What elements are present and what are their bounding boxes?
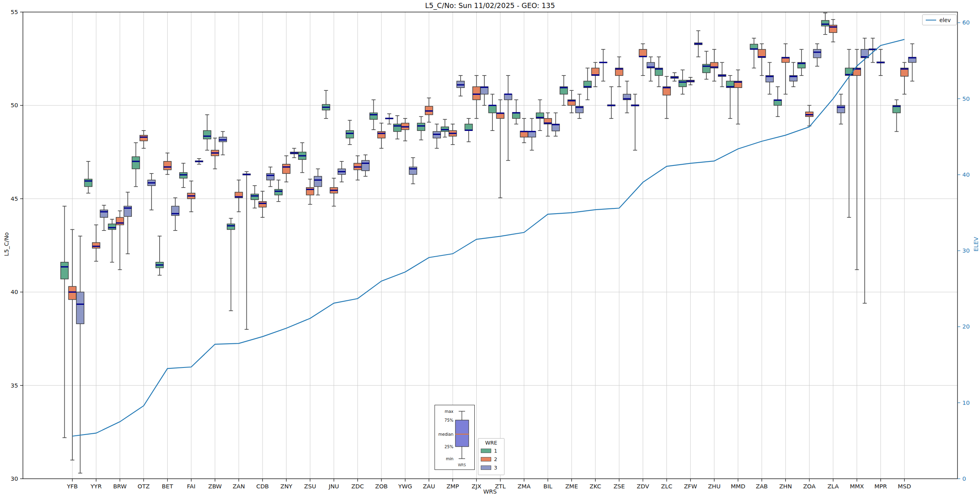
wre-label-2: 2 <box>494 456 497 462</box>
box-ZKC-wre2 <box>592 62 599 86</box>
y2-tick-label: 20 <box>962 323 970 330</box>
box-ZAB-wre1 <box>750 38 758 68</box>
box-ZOA-wre1 <box>798 49 805 76</box>
wre-label-1: 1 <box>494 448 497 454</box>
box-ZKC-wre3 <box>599 49 607 81</box>
box-MSD-wre3 <box>908 44 916 81</box>
wre-legend-item: 2 <box>481 455 502 463</box>
box-ZSE-wre3 <box>623 81 631 113</box>
box-CDB-wre3 <box>267 167 274 187</box>
box-ZOB-wre1 <box>370 100 377 129</box>
box-ZHN-wre1 <box>774 87 781 116</box>
anatomy-max-label: max <box>445 409 453 414</box>
wre-legend: WRE 1 2 3 <box>478 438 504 475</box>
y-tick-label: 35 <box>11 382 18 389</box>
box-YYR-wre3 <box>100 205 108 231</box>
box-ZSU-wre2 <box>306 179 314 204</box>
box-ZSU-wre3 <box>314 169 322 195</box>
box-ZSE-wre1 <box>607 87 615 118</box>
y2-tick-label: 60 <box>962 19 970 26</box>
elev-line-swatch <box>926 20 936 20</box>
box-ZAB-wre3 <box>766 62 773 94</box>
box-YWG-wre2 <box>402 118 409 141</box>
y2-tick-label: 30 <box>962 247 970 254</box>
chart-title: L5_C/No: Sun 11/02/2025 - GEO: 135 <box>0 2 980 10</box>
box-MSD-wre2 <box>901 62 908 94</box>
box-ZHU-wre1 <box>703 51 710 80</box>
box-ZFW-wre3 <box>695 31 702 57</box>
box-ZLA-wre3 <box>837 94 845 124</box>
box-ZDC-wre1 <box>346 120 354 145</box>
box-ZAN-wre1 <box>227 218 235 311</box>
box-ZME-wre2 <box>568 90 576 113</box>
box-ZLA-wre2 <box>829 20 837 42</box>
box-CDB-wre2 <box>259 191 267 217</box>
y2-axis-label: ELEV <box>973 224 979 264</box>
box-ZAU-wre1 <box>417 116 425 140</box>
box-ZOA-wre3 <box>813 44 821 66</box>
y2-tick-label: 50 <box>962 96 970 102</box>
box-ZMP-wre3 <box>457 76 464 96</box>
box-ZMP-wre1 <box>441 119 449 137</box>
box-ZAU-wre3 <box>433 124 441 148</box>
y2-tick-label: 40 <box>962 171 970 178</box>
box-ZNY-wre3 <box>290 148 298 157</box>
box-ZJX-wre3 <box>480 76 488 105</box>
box-ZAB-wre2 <box>758 44 766 76</box>
box-ZAU-wre2 <box>425 98 433 122</box>
box-YYR-wre2 <box>92 225 100 261</box>
boxplots <box>61 13 916 473</box>
y-tick-label: 40 <box>11 289 18 295</box>
y2-tick-label: 10 <box>962 400 970 406</box>
box-YFB-wre2 <box>69 229 76 460</box>
y-tick-label: 55 <box>11 9 18 15</box>
anatomy-median-label: median <box>439 432 454 437</box>
box-YFB-wre3 <box>76 236 84 473</box>
box-CDB-wre1 <box>251 186 258 208</box>
box-MPR-wre2 <box>877 49 884 76</box>
elev-line <box>72 39 904 436</box>
box-OTZ-wre3 <box>148 173 155 210</box>
box-ZHN-wre3 <box>789 62 797 86</box>
box-ZTL-wre1 <box>489 94 496 131</box>
chart-canvas: 3035404550550102030405060YFBYYRBRWOTZBET… <box>0 0 980 498</box>
wre-legend-item: 3 <box>481 463 502 472</box>
box-ZMA-wre1 <box>513 100 520 124</box>
box-ZAN-wre3 <box>243 171 250 329</box>
axes: 3035404550550102030405060YFBYYRBRWOTZBET… <box>11 9 970 490</box>
box-MMD-wre2 <box>734 70 742 124</box>
box-MMD-wre1 <box>726 76 734 118</box>
box-BRW-wre1 <box>108 219 116 262</box>
box-ZNY-wre1 <box>275 180 282 201</box>
box-ZMA-wre2 <box>520 118 528 143</box>
box-ZOA-wre2 <box>806 105 813 126</box>
elev-legend-label: elev <box>939 17 951 23</box>
box-BIL-wre2 <box>544 113 552 136</box>
box-FAI-wre2 <box>187 181 195 212</box>
box-ZJX-wre1 <box>465 118 472 142</box>
box-JNU-wre3 <box>338 161 346 182</box>
x-axis-label: WRS <box>0 488 980 495</box>
box-ZHU-wre3 <box>718 62 726 86</box>
gridlines <box>23 12 957 479</box>
box-ZDV-wre1 <box>631 94 639 150</box>
box-FAI-wre3 <box>195 159 203 164</box>
box-ZME-wre1 <box>560 76 568 105</box>
box-OTZ-wre1 <box>132 143 139 186</box>
box-ZTL-wre2 <box>496 100 504 198</box>
box-ZAN-wre2 <box>235 180 243 212</box>
box-ZBW-wre2 <box>211 138 219 169</box>
wre-legend-title: WRE <box>481 440 502 446</box>
box-BET-wre1 <box>156 236 164 276</box>
box-ZMP-wre2 <box>449 124 457 145</box>
box-ZDC-wre3 <box>362 155 369 176</box>
box-BRW-wre3 <box>124 192 131 254</box>
box-ZDV-wre2 <box>639 44 647 76</box>
box-BET-wre2 <box>164 153 171 174</box>
box-ZDC-wre2 <box>354 156 361 180</box>
anatomy-mini-boxplot: max 75% median 25% min WRS <box>435 405 474 469</box>
box-OTZ-wre2 <box>140 131 148 148</box>
box-MMX-wre2 <box>853 49 861 269</box>
box-ZBW-wre1 <box>203 115 211 150</box>
anatomy-xlabel: WRS <box>458 463 466 467</box>
